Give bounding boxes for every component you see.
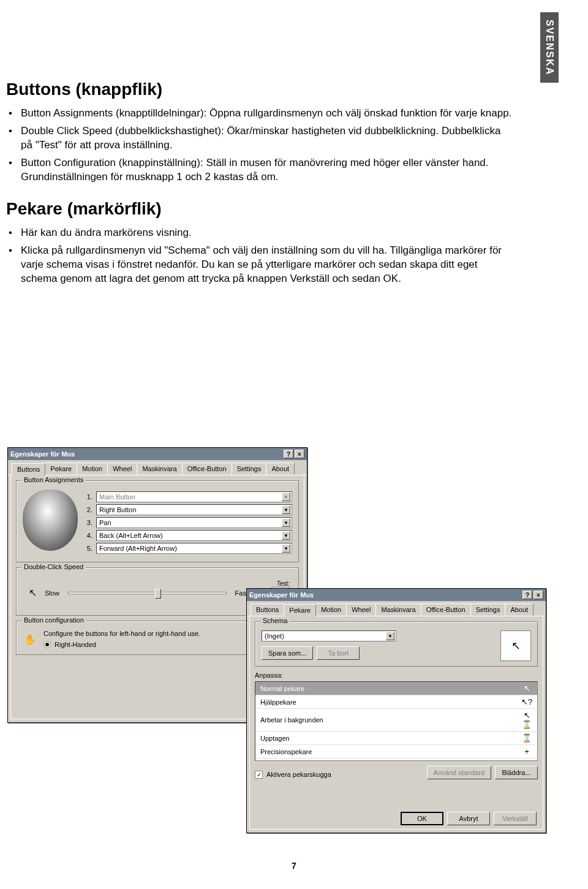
chevron-down-icon: ▼ [282,505,290,514]
tab-wheel[interactable]: Wheel [107,463,137,475]
row-number: 1. [84,493,92,501]
list-item[interactable]: Precisionspekare+ [255,745,537,758]
list-item[interactable]: Arbetar i bakgrunden↖⌛ [255,709,537,732]
assignment-row: 4. Back (Alt+Left Arrow)▼ [84,530,292,541]
list-item: Button Assignments (knapptilldelningar):… [21,107,514,121]
close-icon[interactable]: × [533,591,543,599]
group-legend: Double-Click Speed [21,563,86,570]
assignment-row: 5. Forward (Alt+Right Arrow)▼ [84,543,292,554]
section-list-pekare: Här kan du ändra markörens visning. Klic… [6,226,514,286]
help-pointer-icon: ↖? [521,697,532,706]
radio-label: Right-Handed [55,641,96,648]
dcs-slider[interactable] [68,592,227,594]
checkbox-label: Aktivera pekarskugga [266,771,331,778]
hand-icon: ✋ [23,632,37,646]
ok-button[interactable]: OK [401,812,443,825]
titlebar[interactable]: Egenskaper för Mus ? × [247,589,546,601]
assignment-row: 3. Pan▼ [84,517,292,528]
group-legend: Schema [260,617,290,624]
tab-strip: Buttons Pekare Motion Wheel Maskinvara O… [247,601,546,616]
slider-thumb[interactable] [155,589,161,599]
tab-about[interactable]: About [505,603,533,616]
row-number: 3. [84,519,92,526]
pointer-shadow-checkbox[interactable]: ✓ Aktivera pekarskugga [255,771,331,779]
tab-settings[interactable]: Settings [232,463,267,475]
group-legend: Button Assignments [21,476,86,483]
tab-office-button[interactable]: Office-Button [421,603,471,616]
cancel-button[interactable]: Avbryt [447,812,490,825]
chevron-down-icon: ▼ [282,531,290,540]
chevron-down-icon: ▼ [386,632,394,640]
list-item: Klicka på rullgardinsmenyn vid "Schema" … [21,244,514,286]
schema-combo[interactable]: (Inget) ▼ [262,630,396,641]
tab-settings[interactable]: Settings [470,603,506,616]
assignment-row: 2. Right Button▼ [84,504,292,515]
row-number: 4. [84,532,92,539]
chevron-down-icon: ▼ [282,493,290,501]
assignment-row: 1. Main Button▼ [84,491,292,502]
slow-label: Slow [45,589,59,597]
list-item: Button Configuration (knappinställning):… [21,156,514,184]
test-label: Test: [253,580,290,587]
tab-office-button[interactable]: Office-Button [182,463,232,475]
tab-buttons[interactable]: Buttons [12,463,45,475]
assignment-combo-1[interactable]: Main Button▼ [96,491,292,502]
section-heading-buttons: Buttons (knappflik) [6,80,514,99]
list-item[interactable]: Normal pekare↖ [255,682,537,695]
chevron-down-icon: ▼ [282,518,290,527]
document-body: Buttons (knappflik) Button Assignments (… [6,80,514,300]
titlebar[interactable]: Egenskaper för Mus ? × [8,448,307,460]
working-background-icon: ↖⌛ [521,711,532,729]
tab-pekare[interactable]: Pekare [45,463,77,475]
tab-motion[interactable]: Motion [315,603,347,616]
pointer-icon: ↖ [25,586,40,600]
close-icon[interactable]: × [295,450,304,458]
group-legend: Button configuration [21,616,86,624]
browse-button[interactable]: Bläddra... [495,766,538,779]
row-number: 5. [84,545,92,552]
tab-body: Schema (Inget) ▼ Spara som... Ta bort ↖ [249,616,543,830]
combo-value: (Inget) [265,632,284,640]
list-item[interactable]: Upptagen⌛ [255,732,537,745]
save-as-button[interactable]: Spara som... [262,646,313,660]
combo-value: Pan [99,519,111,526]
list-item[interactable]: Hjälppekare↖? [255,695,537,709]
apply-button[interactable]: Verkställ [494,812,537,825]
combo-value: Right Button [99,506,137,513]
pointer-list[interactable]: Normal pekare↖ Hjälppekare↖? Arbetar i b… [255,681,538,761]
assignment-combo-5[interactable]: Forward (Alt+Right Arrow)▼ [96,543,292,554]
assignment-combo-2[interactable]: Right Button▼ [96,504,292,515]
tab-maskinvara[interactable]: Maskinvara [137,463,182,475]
section-list-buttons: Button Assignments (knapptilldelningar):… [6,107,514,184]
language-side-tab: SVENSKA [540,12,559,83]
tab-wheel[interactable]: Wheel [346,603,376,616]
precision-pointer-icon: + [521,747,532,756]
tab-strip: Buttons Pekare Motion Wheel Maskinvara O… [8,460,307,475]
mouse-image [23,490,78,551]
use-standard-button[interactable]: Använd standard [427,766,491,779]
window-title: Egenskaper för Mus [249,591,314,599]
section-heading-pekare: Pekare (markörflik) [6,199,514,219]
tab-maskinvara[interactable]: Maskinvara [375,603,421,616]
mouse-properties-dialog-pekare: Egenskaper för Mus ? × Buttons Pekare Mo… [246,588,546,833]
button-assignments-group: Button Assignments 1. Main Button▼ 2. Ri… [16,480,299,562]
row-number: 2. [84,506,92,513]
combo-value: Forward (Alt+Right Arrow) [99,545,177,552]
list-label: Upptagen [260,735,290,742]
tab-buttons[interactable]: Buttons [251,603,284,616]
help-icon[interactable]: ? [284,450,293,458]
tab-about[interactable]: About [266,463,295,475]
tab-motion[interactable]: Motion [77,463,108,475]
window-title: Egenskaper för Mus [10,450,75,458]
list-label: Arbetar i bakgrunden [260,716,323,724]
page-number: 7 [292,861,296,871]
assignment-combo-3[interactable]: Pan▼ [96,517,292,528]
help-icon[interactable]: ? [522,591,532,599]
chevron-down-icon: ▼ [282,544,290,553]
assignment-combo-4[interactable]: Back (Alt+Left Arrow)▼ [96,530,292,541]
tab-pekare[interactable]: Pekare [284,604,316,616]
combo-value: Main Button [99,493,135,501]
delete-button[interactable]: Ta bort [317,646,360,660]
arrow-pointer-icon: ↖ [521,684,532,693]
checkbox-icon: ✓ [255,771,263,779]
